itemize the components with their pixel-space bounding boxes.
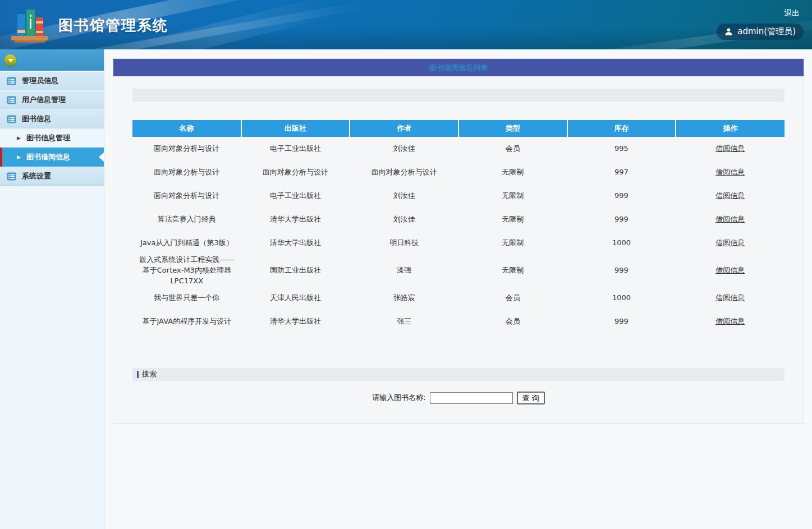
table-cell: 国防工业出版社 [241,255,350,287]
table-cell: 会员 [458,137,567,160]
app-title: 图书馆管理系统 [58,16,168,35]
search-section-header: 搜索 [132,368,785,381]
list-icon [7,114,16,124]
borrow-info-link[interactable]: 借阅信息 [715,293,745,302]
sidebar-item-user-info[interactable]: 用户信息管理 [0,90,104,109]
sidebar-item-label: 系统设置 [22,171,51,181]
sidebar-item-book-borrow-info[interactable]: ▶ 图书借阅信息 [0,148,104,167]
table-cell: 天津人民出版社 [241,287,350,310]
table-cell: 无限制 [458,231,567,255]
table-cell: 漆强 [350,255,458,287]
borrow-info-link[interactable]: 借阅信息 [715,144,745,153]
table-cell: 999 [567,310,676,334]
table-cell: 我与世界只差一个你 [132,287,241,310]
search-label: 请输入图书名称: [372,393,425,403]
table-cell: 995 [567,137,676,160]
page: 图书馆管理系统 退出 admin(管理员) [0,0,812,529]
sidebar-item-admin-info[interactable]: 管理员信息 [0,71,104,90]
sidebar-toggle-bar [0,49,104,71]
table-cell: 张三 [350,310,458,334]
sidebar-item-book-info-manage[interactable]: ▶ 图书信息管理 [0,128,104,148]
table-row: 我与世界只差一个你天津人民出版社张皓宸会员1000借阅信息 [132,287,785,310]
list-icon [7,76,16,86]
list-icon [7,95,16,105]
borrow-info-link[interactable]: 借阅信息 [715,191,745,200]
table-cell: 面向对象分析与设计 [132,184,241,208]
sidebar-item-book-info[interactable]: 图书信息 [0,109,104,128]
table-cell: 基于JAVA的程序开发与设计 [132,310,241,334]
table-cell-action: 借阅信息 [676,231,785,255]
borrow-info-link[interactable]: 借阅信息 [715,215,745,223]
sidebar-item-system-settings[interactable]: 系统设置 [0,167,104,186]
table-cell: 面向对象分析与设计 [132,137,241,160]
sidebar-collapse-button[interactable] [4,54,16,66]
column-header: 操作 [676,120,785,137]
borrow-info-link[interactable]: 借阅信息 [715,168,745,176]
table-cell-action: 借阅信息 [676,287,785,310]
table-cell: 清华大学出版社 [241,208,350,231]
user-badge[interactable]: admin(管理员) [717,24,804,40]
table-header-row: 名称出版社作者类型库存操作 [132,120,785,137]
table-cell: 1000 [567,231,676,255]
table-cell: 面向对象分析与设计 [350,160,458,184]
arrow-right-icon: ▶ [17,154,21,160]
search-button[interactable]: 查 询 [517,392,545,404]
sidebar-item-label: 用户信息管理 [22,95,66,105]
table-cell: 面向对象分析与设计 [132,160,241,184]
table-cell: 999 [567,255,676,287]
table-cell: 张皓宸 [350,287,458,310]
table-row: 基于JAVA的程序开发与设计清华大学出版社张三会员999借阅信息 [132,310,785,334]
table-cell-action: 借阅信息 [676,160,785,184]
table-body: 面向对象分析与设计电子工业出版社刘汝佳会员995借阅信息面向对象分析与设计面向对… [132,137,785,334]
books-table: 名称出版社作者类型库存操作 面向对象分析与设计电子工业出版社刘汝佳会员995借阅… [132,120,785,334]
sidebar-item-label: 图书信息管理 [26,133,70,143]
chevron-down-icon [8,59,13,62]
content-panel: 图书借阅信息列表 名称出版社作者类型库存操作 面向对象分析与设计电子工业出版社刘… [113,58,804,424]
table-cell: 1000 [567,287,676,310]
table-row: Java从入门到精通（第3版）清华大学出版社明日科技无限制1000借阅信息 [132,231,785,255]
toolbar-placeholder [132,89,785,102]
table-cell-action: 借阅信息 [676,137,785,160]
sidebar-item-label: 图书借阅信息 [26,152,70,162]
borrow-info-link[interactable]: 借阅信息 [715,317,745,325]
column-header: 类型 [458,120,567,137]
panel-title: 图书借阅信息列表 [113,59,804,76]
table-row: 面向对象分析与设计电子工业出版社刘汝佳会员995借阅信息 [132,137,785,160]
table-cell: 刘汝佳 [350,184,458,208]
sidebar: 管理员信息 用户信息管理 [0,49,104,529]
table-cell: 会员 [458,287,567,310]
table-cell-action: 借阅信息 [676,310,785,334]
sidebar-item-label: 图书信息 [22,114,51,124]
logout-link[interactable]: 退出 [784,8,800,19]
column-header: 出版社 [241,120,350,137]
app-header: 图书馆管理系统 退出 admin(管理员) [0,0,812,49]
user-name-label: admin(管理员) [737,26,796,37]
table-cell: 电子工业出版社 [241,137,350,160]
search-section-label: 搜索 [142,369,157,379]
table-row: 嵌入式系统设计工程实践——基于Cortex-M3内核处理器LPC17XX国防工业… [132,255,785,287]
list-icon [7,172,16,181]
borrow-info-link[interactable]: 借阅信息 [715,266,745,274]
table-cell: 会员 [458,310,567,334]
search-form: 请输入图书名称: 查 询 [113,392,804,404]
table-cell: 999 [567,208,676,231]
bookshelf-logo-icon [10,6,49,45]
table-cell: 嵌入式系统设计工程实践——基于Cortex-M3内核处理器LPC17XX [132,255,241,287]
table-cell: Java从入门到精通（第3版） [132,231,241,255]
table-cell: 无限制 [458,208,567,231]
book-name-input[interactable] [430,392,513,404]
table-cell: 无限制 [458,184,567,208]
header-light-streak [0,1,368,49]
table-cell: 电子工业出版社 [241,184,350,208]
table-row: 算法竞赛入门经典清华大学出版社刘汝佳无限制999借阅信息 [132,208,785,231]
sidebar-item-label: 管理员信息 [22,76,58,86]
table-cell: 算法竞赛入门经典 [132,208,241,231]
column-header: 作者 [350,120,458,137]
borrow-info-link[interactable]: 借阅信息 [715,238,745,247]
table-cell: 997 [567,160,676,184]
table-cell: 清华大学出版社 [241,310,350,334]
table-cell: 刘汝佳 [350,208,458,231]
user-icon [724,27,733,36]
table-cell-action: 借阅信息 [676,184,785,208]
table-row: 面向对象分析与设计面向对象分析与设计面向对象分析与设计无限制997借阅信息 [132,160,785,184]
